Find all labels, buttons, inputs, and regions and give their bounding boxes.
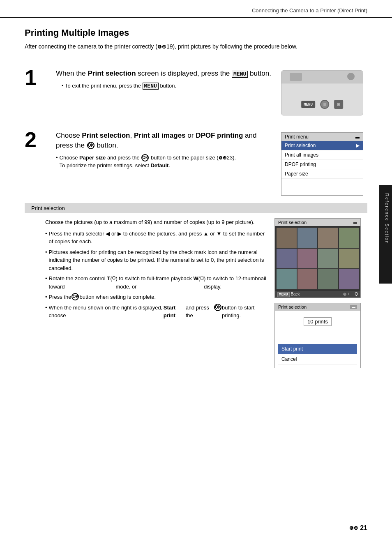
step-1-note: To exit the print menu, press the MENU b… bbox=[62, 82, 273, 90]
bullet-3: Rotate the zoom control toward T (Q) to … bbox=[45, 275, 268, 291]
step-2-heading: Choose Print selection, Print all images… bbox=[56, 131, 273, 150]
step-2-note: • Choose Paper size and press the OK but… bbox=[56, 154, 273, 170]
header: Connecting the Camera to a Printer (Dire… bbox=[0, 0, 392, 18]
photo-cell-1 bbox=[277, 228, 297, 248]
print-start-items: Start print Cancel bbox=[278, 344, 357, 365]
photo-cell-11 bbox=[318, 269, 338, 289]
step-1-image: ↓ MENU ⊞ bbox=[277, 69, 367, 115]
main-content: Printing Multiple Images After connectin… bbox=[0, 28, 392, 396]
step-2: 2 Choose Print selection, Print all imag… bbox=[25, 123, 367, 200]
photo-cell-9 bbox=[277, 269, 297, 289]
photo-cell-12 bbox=[339, 269, 359, 289]
print-selection-section: Print selection Choose the pictures (up … bbox=[25, 203, 367, 373]
menu-title: Print menu bbox=[285, 134, 309, 140]
photo-grid bbox=[275, 226, 360, 291]
print-start-title: Print selection ▬ bbox=[275, 303, 360, 311]
menu-item-print-selection[interactable]: Print selection ▶ bbox=[281, 141, 363, 150]
intro-text: After connecting the camera to the print… bbox=[25, 42, 367, 51]
print-menu-illustration: Print menu ▬ Print selection ▶ Print all… bbox=[281, 132, 363, 196]
print-selection-images: Print selection ▬ bbox=[274, 218, 361, 368]
menu-icon: ▬ bbox=[355, 135, 360, 139]
menu-item-paper-size[interactable]: Paper size bbox=[281, 169, 363, 179]
photo-cell-10 bbox=[297, 269, 318, 289]
bullet-2: Pictures selected for printing can be re… bbox=[45, 248, 268, 272]
photo-cell-4 bbox=[339, 228, 359, 248]
photo-cell-5 bbox=[277, 249, 297, 269]
photo-cell-3 bbox=[318, 228, 338, 248]
header-title: Connecting the Camera to a Printer (Dire… bbox=[252, 7, 367, 14]
photo-cell-6 bbox=[297, 249, 318, 269]
page-ref: ❻❿ bbox=[349, 525, 358, 531]
reference-section-label: Reference Section bbox=[385, 193, 390, 245]
photo-cell-7 bbox=[318, 249, 338, 269]
page-container: Reference Section Connecting the Camera … bbox=[0, 0, 392, 540]
menu-item-print-all[interactable]: Print all images bbox=[281, 150, 363, 160]
photo-grid-ui: Print selection ▬ bbox=[274, 218, 361, 298]
page-number: 21 bbox=[360, 524, 367, 532]
print-start-body: 10 prints Start print Cancel bbox=[275, 311, 360, 368]
menu-item-dpof[interactable]: DPOF printing bbox=[281, 160, 363, 169]
footer-back: MENU Back bbox=[277, 292, 300, 297]
print-count-box: 10 prints bbox=[304, 317, 332, 326]
print-start-ui: Print selection ▬ 10 prints Start print bbox=[274, 303, 361, 368]
photo-grid-title: Print selection ▬ bbox=[275, 219, 360, 226]
print-selection-text: Choose the pictures (up to a maximum of … bbox=[45, 218, 274, 368]
photo-cell-2 bbox=[297, 228, 318, 248]
step-1: 1 When the Print selection screen is dis… bbox=[25, 61, 367, 120]
menu-title-bar: Print menu ▬ bbox=[281, 133, 363, 141]
start-print-button[interactable]: Start print bbox=[278, 344, 357, 354]
print-count-area: 10 prints bbox=[278, 317, 357, 334]
step-1-content: When the Print selection screen is displ… bbox=[56, 69, 277, 90]
footer-controls: ⊕ + − Q bbox=[343, 292, 358, 296]
page-title: Printing Multiple Images bbox=[25, 28, 367, 38]
step-2-image: Print menu ▬ Print selection ▶ Print all… bbox=[277, 131, 367, 196]
cancel-button[interactable]: Cancel bbox=[278, 354, 357, 365]
step-2-content: Choose Print selection, Print all images… bbox=[56, 131, 277, 171]
photo-grid-footer: MENU Back ⊕ + − Q bbox=[275, 291, 360, 298]
page-footer: ❻❿ 21 bbox=[349, 524, 367, 532]
print-selection-intro: Choose the pictures (up to a maximum of … bbox=[45, 218, 268, 226]
bullet-5: When the menu shown on the right is disp… bbox=[45, 304, 268, 320]
step-1-heading: When the Print selection screen is displ… bbox=[56, 69, 273, 78]
step-1-number: 1 bbox=[25, 67, 49, 88]
bullet-4: Press the OK button when setting is comp… bbox=[45, 293, 268, 301]
print-selection-body: Choose the pictures (up to a maximum of … bbox=[25, 213, 367, 373]
photo-cell-8 bbox=[339, 249, 359, 269]
print-selection-header: Print selection bbox=[25, 203, 367, 213]
bullet-1: Press the multi selector ◀ or ▶ to choos… bbox=[45, 230, 268, 246]
step-2-number: 2 bbox=[25, 129, 49, 150]
